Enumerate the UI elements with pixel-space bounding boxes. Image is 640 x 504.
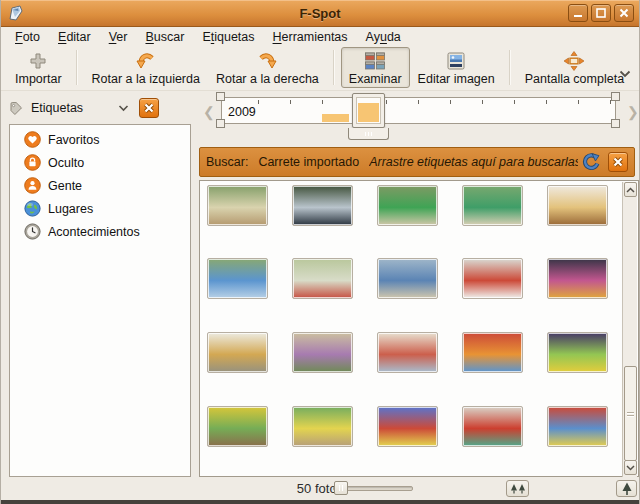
photo-thumbnail[interactable] bbox=[547, 332, 608, 373]
photo-thumbnail[interactable] bbox=[462, 332, 523, 373]
photo-thumbnail[interactable] bbox=[462, 185, 523, 226]
fullscreen-icon bbox=[563, 50, 585, 72]
search-term[interactable]: Carrete importado bbox=[258, 155, 359, 169]
toolbar: Importar Rotar a la izquierda Rot bbox=[1, 46, 639, 91]
zoom-in-button[interactable] bbox=[616, 480, 637, 497]
scroll-down-icon bbox=[626, 465, 635, 471]
photo-thumbnail[interactable] bbox=[292, 258, 353, 299]
scroll-down-button[interactable] bbox=[624, 460, 637, 475]
timeline-scroll-right-icon[interactable]: ❯ bbox=[627, 105, 639, 119]
refresh-icon[interactable] bbox=[582, 153, 600, 171]
rotate-right-icon bbox=[256, 50, 278, 72]
menubar: Foto Editar Ver Buscar Etiquetas Herrami… bbox=[1, 27, 639, 46]
photo-thumbnail[interactable] bbox=[377, 406, 438, 447]
menu-herramientas[interactable]: Herramientas bbox=[265, 30, 356, 44]
photo-thumbnail[interactable] bbox=[377, 185, 438, 226]
search-close-button[interactable] bbox=[608, 152, 628, 172]
timeline-selected-bar bbox=[358, 103, 379, 123]
search-bar: Buscar: Carrete importado Arrastre etiqu… bbox=[199, 147, 635, 177]
timeline-handle-topleft[interactable] bbox=[216, 92, 225, 101]
import-button[interactable]: Importar bbox=[7, 47, 70, 88]
minimize-icon bbox=[573, 8, 583, 18]
sidebar-item-lugares[interactable]: Lugares bbox=[10, 197, 190, 220]
timeline: ❮ 2009 ❯ bbox=[199, 92, 639, 142]
sidebar-item-favoritos[interactable]: Favoritos bbox=[10, 128, 190, 151]
timeline-handle-topright[interactable] bbox=[611, 92, 620, 101]
timeline-handle-bottomleft[interactable] bbox=[216, 119, 225, 128]
tags-panel-close-button[interactable] bbox=[139, 98, 159, 118]
photo-thumbnail[interactable] bbox=[377, 332, 438, 373]
photo-count-label: 50 fotos bbox=[1, 481, 639, 496]
vertical-scrollbar[interactable] bbox=[622, 182, 637, 477]
photo-thumbnail[interactable] bbox=[547, 258, 608, 299]
timeline-histogram-bar bbox=[322, 114, 349, 122]
timeline-slider-handle[interactable] bbox=[352, 93, 385, 128]
photo-thumbnail[interactable] bbox=[292, 406, 353, 447]
menu-editar[interactable]: Editar bbox=[50, 30, 99, 44]
menu-etiquetas[interactable]: Etiquetas bbox=[194, 30, 262, 44]
zoom-out-button[interactable] bbox=[506, 480, 529, 497]
lock-icon bbox=[24, 154, 41, 171]
photo-thumbnail[interactable] bbox=[547, 185, 608, 226]
import-plus-icon bbox=[28, 50, 48, 72]
scroll-up-button[interactable] bbox=[624, 182, 637, 197]
tags-chevron-down-icon[interactable] bbox=[118, 101, 129, 115]
rotate-left-button[interactable]: Rotar a la izquierda bbox=[84, 47, 208, 88]
statusbar: 50 fotos bbox=[1, 478, 639, 499]
tags-panel-title: Etiquetas bbox=[31, 101, 83, 115]
browse-button[interactable]: Examinar bbox=[341, 47, 410, 88]
tags-panel-header[interactable]: Etiquetas bbox=[9, 95, 159, 121]
sidebar-item-acontecimientos[interactable]: Acontecimientos bbox=[10, 220, 190, 243]
clock-icon bbox=[24, 223, 41, 240]
maximize-icon bbox=[596, 8, 606, 18]
search-hint: Arrastre etiquetas aquí para buscarlas bbox=[369, 155, 578, 169]
menu-buscar[interactable]: Buscar bbox=[137, 30, 192, 44]
toolbar-separator bbox=[76, 50, 78, 85]
toolbar-separator bbox=[509, 50, 511, 85]
timeline-handle-bottomright[interactable] bbox=[611, 119, 620, 128]
close-x-icon bbox=[143, 102, 155, 114]
photo-thumbnail[interactable] bbox=[207, 185, 268, 226]
scrollbar-thumb[interactable] bbox=[624, 366, 637, 461]
zoom-in-tree-icon bbox=[621, 482, 633, 496]
photo-thumbnail[interactable] bbox=[207, 258, 268, 299]
edit-image-button[interactable]: Editar imagen bbox=[410, 47, 503, 88]
close-x-icon bbox=[612, 156, 624, 168]
photo-thumbnail[interactable] bbox=[292, 332, 353, 373]
toolbar-overflow-chevron-down-icon[interactable] bbox=[619, 64, 631, 82]
maximize-button[interactable] bbox=[591, 4, 611, 22]
photo-thumbnail[interactable] bbox=[462, 406, 523, 447]
photo-thumbnail[interactable] bbox=[207, 406, 268, 447]
edit-image-icon bbox=[446, 50, 466, 72]
tags-sidebar: Favoritos Oculto Gente bbox=[9, 124, 191, 477]
window-title: F-Spot bbox=[1, 6, 639, 21]
tag-icon bbox=[9, 101, 23, 115]
close-button[interactable] bbox=[614, 4, 634, 22]
minimize-button[interactable] bbox=[568, 4, 588, 22]
photo-thumbnail[interactable] bbox=[207, 332, 268, 373]
photo-thumbnail[interactable] bbox=[292, 185, 353, 226]
close-icon bbox=[619, 8, 629, 18]
titlebar[interactable]: F-Spot bbox=[1, 0, 639, 27]
menu-ayuda[interactable]: Ayuda bbox=[358, 30, 409, 44]
photo-thumbnail[interactable] bbox=[462, 258, 523, 299]
photo-thumbnail[interactable] bbox=[377, 258, 438, 299]
thumbnail-size-slider-thumb[interactable] bbox=[334, 481, 348, 495]
timeline-year-label: 2009 bbox=[228, 105, 256, 119]
timeline-strip[interactable]: 2009 bbox=[221, 97, 616, 124]
rotate-right-button[interactable]: Rotar a la derecha bbox=[208, 47, 327, 88]
fullscreen-button[interactable]: Pantalla completa bbox=[517, 47, 632, 88]
timeline-slider-grip[interactable] bbox=[348, 128, 389, 140]
menu-foto[interactable]: Foto bbox=[7, 30, 48, 44]
timeline-scroll-left-icon[interactable]: ❮ bbox=[203, 105, 215, 119]
sidebar-item-gente[interactable]: Gente bbox=[10, 174, 190, 197]
photo-thumbnail[interactable] bbox=[547, 406, 608, 447]
search-label: Buscar: bbox=[206, 155, 248, 169]
toolbar-separator bbox=[333, 50, 335, 85]
globe-icon bbox=[24, 200, 41, 217]
zoom-out-tree-icon bbox=[510, 483, 526, 495]
photo-grid bbox=[199, 180, 639, 477]
fspot-window: F-Spot Foto Editar Ver Buscar Etiquetas … bbox=[0, 0, 640, 504]
sidebar-item-oculto[interactable]: Oculto bbox=[10, 151, 190, 174]
menu-ver[interactable]: Ver bbox=[101, 30, 136, 44]
